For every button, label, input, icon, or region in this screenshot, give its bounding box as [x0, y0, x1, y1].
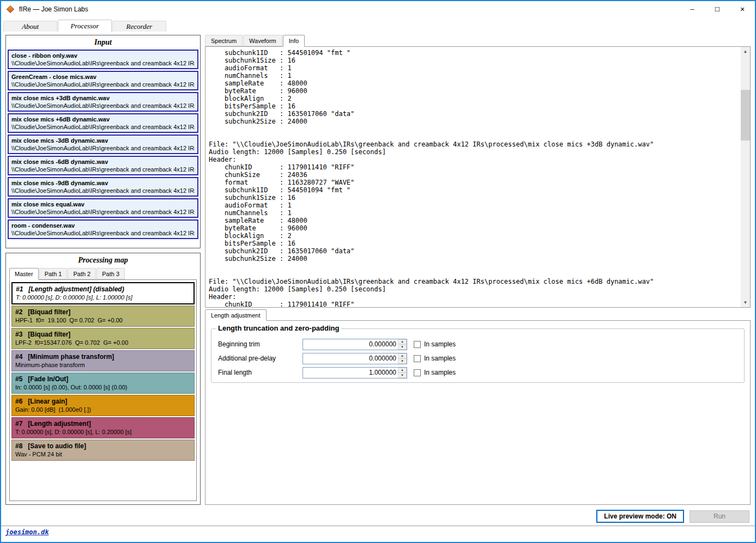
- final-length-spin-buttons: ▲ ▼: [398, 368, 407, 378]
- info-line: Audio length: 12000 [Samples] 0.250 [sec…: [209, 148, 739, 156]
- spin-up-icon[interactable]: ▲: [398, 339, 407, 345]
- info-line: subchunk1Size : 16: [209, 194, 739, 202]
- processing-step[interactable]: #6 [Linear gain] Gain: 0.00 [dB] (1.000e…: [11, 395, 195, 416]
- processing-step[interactable]: #7 [Length adjustment] T: 0.00000 [s], D…: [11, 417, 195, 438]
- tab-path-1[interactable]: Path 1: [39, 268, 68, 279]
- pre-delay-row: Additional pre-delay ▲ ▼ In samples: [218, 353, 737, 364]
- step-title: #5 [Fade In/Out]: [15, 375, 191, 383]
- footer-link[interactable]: joesimon.dk: [5, 528, 49, 536]
- input-file-item[interactable]: close - ribbon only.wav \\Cloudie\JoeSim…: [8, 50, 198, 69]
- tab-info[interactable]: Info: [283, 35, 305, 47]
- info-line: format : 1163280727 "WAVE": [209, 179, 739, 186]
- step-detail: Minimum-phase transform: [15, 361, 191, 369]
- tab-path-2[interactable]: Path 2: [68, 268, 96, 279]
- tab-length-adjustment[interactable]: Length adjustment: [205, 309, 267, 321]
- info-line: sampleRate : 48000: [209, 217, 739, 224]
- pre-delay-stepper: ▲ ▼: [303, 353, 407, 364]
- file-path: \\Cloudie\JoeSimonAudioLab\IRs\greenback…: [11, 187, 195, 194]
- step-detail: T: 0.00000 [s], D: 0.00000 [s], L: 1.000…: [16, 294, 190, 301]
- info-line: subchunk2Size : 24000: [209, 118, 739, 125]
- final-length-input[interactable]: [303, 368, 398, 378]
- tab-about[interactable]: About: [3, 21, 57, 32]
- processing-step[interactable]: #3 [Biquad filter] LPF-2 f0=15347.076 Q=…: [11, 328, 195, 349]
- processing-step[interactable]: #5 [Fade In/Out] In: 0.0000 [s] (0.00), …: [11, 373, 195, 394]
- file-path: \\Cloudie\JoeSimonAudioLab\IRs\greenback…: [11, 59, 195, 67]
- info-line: [209, 125, 739, 133]
- input-file-item[interactable]: mix close mics equal.wav \\Cloudie\JoeSi…: [8, 198, 198, 218]
- input-file-item[interactable]: room - condenser.wav \\Cloudie\JoeSimonA…: [8, 219, 198, 239]
- input-file-item[interactable]: mix close mics -6dB dynamic.wav \\Cloudi…: [8, 156, 198, 175]
- info-view: subchunk1ID : 544501094 "fmt " subchunk1…: [205, 46, 751, 308]
- processing-step[interactable]: #4 [Minimum phase transform] Minimum-pha…: [11, 350, 195, 371]
- maximize-icon[interactable]: ☐: [705, 1, 730, 17]
- run-button[interactable]: Run: [690, 510, 749, 523]
- processor-page: Input close - ribbon only.wav \\Cloudie\…: [1, 32, 755, 507]
- tab-path-3[interactable]: Path 3: [96, 268, 125, 279]
- beginning-trim-stepper: ▲ ▼: [303, 339, 407, 350]
- length-truncation-group: Length truncation and zero-padding Begin…: [211, 328, 745, 383]
- checkbox-icon[interactable]: [414, 341, 421, 348]
- input-file-item[interactable]: mix close mics +3dB dynamic.wav \\Cloudi…: [8, 92, 198, 112]
- file-name: GreenCream - close mics.wav: [11, 73, 195, 81]
- file-name: mix close mics equal.wav: [11, 200, 195, 208]
- info-line: numChannels : 1: [209, 209, 739, 217]
- scroll-down-icon[interactable]: ▼: [741, 298, 750, 307]
- input-panel-title: Input: [6, 35, 200, 49]
- beginning-trim-input[interactable]: [303, 339, 398, 350]
- processing-step[interactable]: #2 [Biquad filter] HPF-1 f0= 19.100 Q= 0…: [11, 306, 195, 327]
- tab-master[interactable]: Master: [9, 268, 39, 280]
- spin-down-icon[interactable]: ▼: [398, 373, 407, 378]
- pre-delay-in-samples[interactable]: In samples: [414, 355, 456, 362]
- input-file-item[interactable]: mix close mics -3dB dynamic.wav \\Cloudi…: [8, 135, 198, 154]
- scrollbar-thumb[interactable]: [741, 90, 750, 141]
- input-file-item[interactable]: GreenCream - close mics.wav \\Cloudie\Jo…: [8, 71, 198, 90]
- spin-up-icon[interactable]: ▲: [398, 353, 407, 359]
- scrollbar-track[interactable]: [741, 56, 750, 298]
- file-name: mix close mics -6dB dynamic.wav: [11, 158, 195, 166]
- info-line: chunkSize : 24036: [209, 171, 739, 179]
- main-tab-strip: About Processor Recorder: [1, 17, 755, 32]
- vertical-scrollbar[interactable]: ▲ ▼: [741, 47, 750, 307]
- checkbox-label: In samples: [424, 369, 456, 376]
- processing-step[interactable]: #8 [Save to audio file] Wav - PCM 24 bit: [11, 440, 195, 461]
- info-line: Header:: [209, 156, 739, 163]
- beginning-trim-in-samples[interactable]: In samples: [414, 340, 456, 348]
- final-length-stepper: ▲ ▼: [303, 367, 407, 379]
- processing-map-title: Processing map: [6, 253, 200, 267]
- footer: joesimon.dk: [1, 526, 755, 542]
- scroll-up-icon[interactable]: ▲: [741, 47, 750, 56]
- spin-down-icon[interactable]: ▼: [398, 358, 407, 364]
- final-length-label: Final length: [218, 369, 303, 376]
- info-line: bitsPerSample : 16: [209, 102, 739, 110]
- step-title: #6 [Linear gain]: [15, 397, 191, 406]
- processing-step[interactable]: #1 [Length adjustment] (disabled) T: 0.0…: [11, 282, 195, 304]
- input-file-item[interactable]: mix close mics -9dB dynamic.wav \\Cloudi…: [8, 177, 198, 197]
- minimize-icon[interactable]: ─: [680, 1, 705, 17]
- input-file-item[interactable]: mix close mics +6dB dynamic.wav \\Cloudi…: [8, 113, 198, 133]
- info-line: File: "\\Cloudie\JoeSimonAudioLab\IRs\gr…: [209, 278, 739, 285]
- tab-spectrum[interactable]: Spectrum: [205, 35, 243, 46]
- tab-recorder[interactable]: Recorder: [112, 21, 166, 32]
- info-line: subchunk2ID : 1635017060 "data": [209, 247, 739, 255]
- final-length-in-samples[interactable]: In samples: [414, 369, 456, 376]
- live-preview-button[interactable]: Live preview mode: ON: [596, 510, 684, 523]
- info-line: [209, 133, 739, 141]
- tab-processor[interactable]: Processor: [58, 20, 112, 32]
- final-length-row: Final length ▲ ▼ In samples: [218, 367, 737, 378]
- info-line: blockAlign : 2: [209, 95, 739, 102]
- file-name: close - ribbon only.wav: [11, 52, 195, 59]
- info-line: subchunk1ID : 544501094 "fmt ": [209, 186, 739, 194]
- file-name: mix close mics -3dB dynamic.wav: [11, 137, 195, 144]
- checkbox-icon[interactable]: [414, 369, 421, 376]
- info-line: chunkID : 1179011410 "RIFF": [209, 301, 739, 307]
- pre-delay-input[interactable]: [303, 353, 398, 364]
- titlebar: fIRe — Joe Simon Labs ─ ☐ ✕: [1, 1, 755, 17]
- window-title: fIRe — Joe Simon Labs: [19, 5, 88, 13]
- spin-down-icon[interactable]: ▼: [398, 344, 407, 350]
- checkbox-icon[interactable]: [414, 355, 421, 362]
- left-column: Input close - ribbon only.wav \\Cloudie\…: [5, 35, 201, 505]
- tab-waveform[interactable]: Waveform: [243, 35, 282, 46]
- spin-up-icon[interactable]: ▲: [398, 368, 407, 373]
- info-line: subchunk1Size : 16: [209, 57, 739, 64]
- close-icon[interactable]: ✕: [730, 1, 755, 17]
